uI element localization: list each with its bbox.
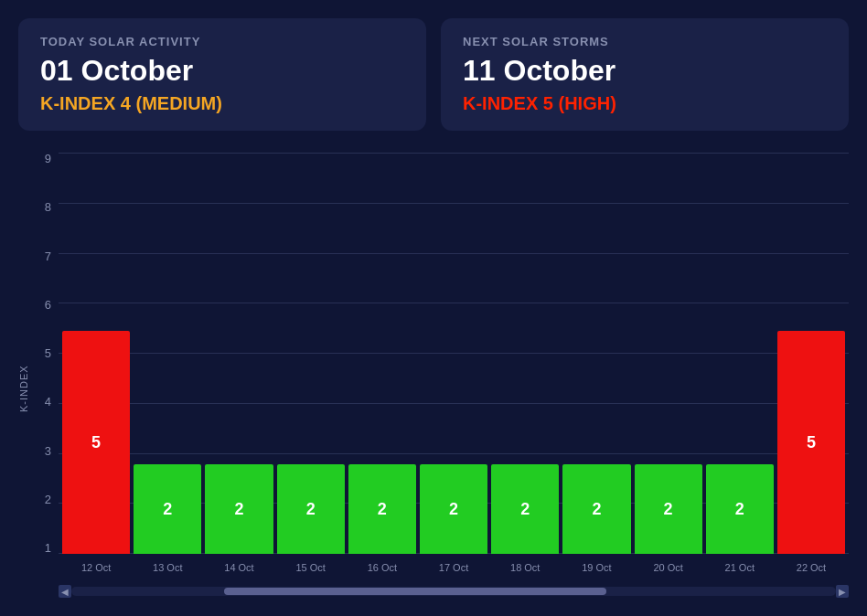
next-k-index-level: (HIGH): [558, 93, 615, 113]
next-card-date: 11 October: [463, 54, 827, 88]
next-k-index-label: K-INDEX 5: [463, 93, 553, 113]
main-container: TODAY SOLAR ACTIVITY 01 October K-INDEX …: [0, 0, 867, 616]
today-k-index-label: K-INDEX 4: [40, 93, 131, 113]
today-card-date: 01 October: [40, 54, 404, 88]
y-tick-5: 5: [33, 347, 51, 359]
x-label-15-oct: 15 Oct: [277, 554, 345, 581]
bar-21-oct: 2: [706, 464, 774, 554]
bar-14-oct: 2: [205, 464, 273, 554]
bar-12-oct: 5: [62, 331, 130, 554]
y-tick-9: 9: [33, 153, 51, 165]
bars-row: 52222222225: [59, 153, 849, 554]
next-k-index: K-INDEX 5 (HIGH): [463, 93, 827, 114]
today-k-index: K-INDEX 4 (MEDIUM): [40, 93, 404, 114]
bar-group: 2: [134, 153, 201, 554]
x-label-22-oct: 22 Oct: [777, 554, 845, 581]
chart-container: K-INDEX 1 2 3 4 5 6 7 8 9: [18, 153, 849, 598]
bar-group: 2: [562, 153, 630, 554]
next-card-label: NEXT SOLAR STORMS: [463, 35, 827, 48]
bar-16-oct: 2: [348, 464, 416, 554]
x-label-13-oct: 13 Oct: [134, 554, 201, 581]
y-tick-6: 6: [33, 299, 51, 311]
bar-group: 2: [706, 153, 774, 554]
x-label-19-oct: 19 Oct: [562, 554, 630, 581]
bar-19-oct: 2: [562, 464, 630, 554]
bar-20-oct: 2: [635, 464, 702, 554]
scrollbar-thumb[interactable]: [224, 588, 606, 595]
x-label-14-oct: 14 Oct: [205, 554, 273, 581]
bar-group: 5: [777, 153, 845, 554]
y-tick-1: 1: [33, 542, 51, 554]
chart-area: 52222222225 12 Oct13 Oct14 Oct15 Oct16 O…: [59, 153, 849, 581]
bar-group: 2: [348, 153, 416, 554]
y-tick-8: 8: [33, 201, 51, 213]
x-label-17-oct: 17 Oct: [420, 554, 487, 581]
bar-22-oct: 5: [777, 331, 845, 554]
cards-row: TODAY SOLAR ACTIVITY 01 October K-INDEX …: [18, 18, 849, 131]
x-label-20-oct: 20 Oct: [635, 554, 702, 581]
x-label-16-oct: 16 Oct: [348, 554, 416, 581]
today-card-label: TODAY SOLAR ACTIVITY: [40, 35, 404, 48]
today-k-index-level: (MEDIUM): [135, 93, 221, 113]
y-tick-3: 3: [33, 445, 51, 457]
scrollbar-left-arrow[interactable]: ◀: [59, 585, 71, 598]
bar-group: 2: [635, 153, 702, 554]
x-label-12-oct: 12 Oct: [62, 554, 130, 581]
bar-15-oct: 2: [277, 464, 345, 554]
y-axis-label: K-INDEX: [18, 153, 29, 598]
bar-group: 5: [62, 153, 130, 554]
bar-13-oct: 2: [134, 464, 201, 554]
chart-grid: 1 2 3 4 5 6 7 8 9: [33, 153, 849, 581]
bar-group: 2: [205, 153, 273, 554]
scrollbar-track[interactable]: [71, 587, 836, 596]
bar-group: 2: [420, 153, 487, 554]
y-tick-2: 2: [33, 494, 51, 505]
next-storms-card: NEXT SOLAR STORMS 11 October K-INDEX 5 (…: [441, 18, 849, 131]
y-tick-7: 7: [33, 250, 51, 262]
y-tick-4: 4: [33, 396, 51, 408]
x-label-18-oct: 18 Oct: [491, 554, 559, 581]
y-ticks: 1 2 3 4 5 6 7 8 9: [33, 153, 51, 581]
scrollbar-row: ◀ ▶: [59, 585, 849, 598]
bar-18-oct: 2: [491, 464, 559, 554]
bar-group: 2: [277, 153, 345, 554]
bar-group: 2: [491, 153, 559, 554]
bar-17-oct: 2: [420, 464, 487, 554]
scrollbar-right-arrow[interactable]: ▶: [836, 585, 849, 598]
chart-inner: 1 2 3 4 5 6 7 8 9: [33, 153, 849, 598]
today-solar-card: TODAY SOLAR ACTIVITY 01 October K-INDEX …: [18, 18, 426, 131]
x-label-21-oct: 21 Oct: [706, 554, 774, 581]
x-labels-row: 12 Oct13 Oct14 Oct15 Oct16 Oct17 Oct18 O…: [59, 554, 849, 581]
